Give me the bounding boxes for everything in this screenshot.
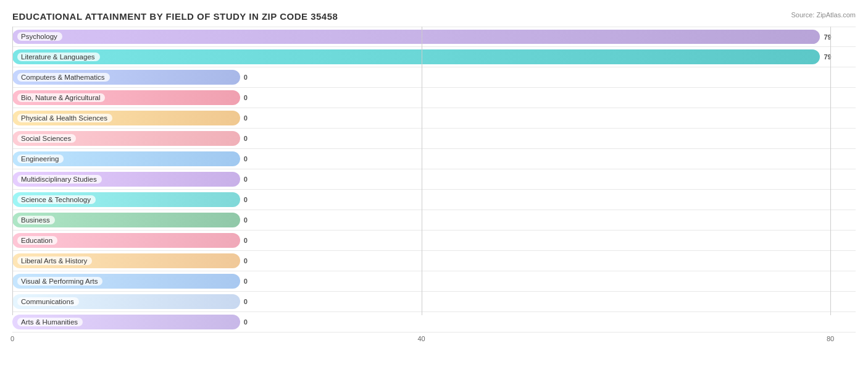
bar-track: Science & Technology	[12, 192, 240, 206]
bar-label: Engineering	[17, 155, 64, 163]
bars-section: Psychology79Literature & Languages79Comp…	[12, 27, 856, 333]
bar-track: Social Sciences	[12, 131, 240, 145]
bar-value: 0	[244, 74, 248, 81]
bar-label: Computers & Mathematics	[17, 73, 110, 82]
bar-track: Communications	[12, 294, 240, 308]
bar-label: Social Sciences	[17, 134, 76, 143]
bar-track: Visual & Performing Arts	[12, 274, 240, 288]
bar-row: Science & Technology0	[12, 190, 856, 210]
bar-label: Psychology	[17, 32, 62, 41]
bar-value: 0	[244, 278, 248, 285]
chart-container: EDUCATIONAL ATTAINMENT BY FIELD OF STUDY…	[0, 0, 868, 390]
x-tick-label: 0	[10, 335, 14, 342]
bar-row: Communications0	[12, 292, 856, 312]
bar-label: Liberal Arts & History	[17, 256, 92, 265]
bar-row: Psychology79	[12, 27, 856, 47]
bar-label: Education	[17, 236, 57, 245]
bar-value: 0	[244, 257, 248, 265]
bar-row: Computers & Mathematics0	[12, 67, 856, 88]
grid-line	[830, 27, 831, 315]
bar-track: Education	[12, 233, 240, 247]
bar-label: Bio, Nature & Agricultural	[17, 93, 105, 102]
bar-label: Science & Technology	[17, 195, 96, 204]
bar-row: Literature & Languages79	[12, 47, 856, 67]
bar-label: Business	[17, 216, 55, 224]
bar-row: Bio, Nature & Agricultural0	[12, 88, 856, 108]
bar-row: Education0	[12, 231, 856, 251]
bar-label: Multidisciplinary Studies	[17, 175, 102, 184]
x-tick-label: 40	[417, 335, 425, 342]
bar-value: 0	[244, 318, 248, 326]
bar-track: Business	[12, 213, 240, 227]
bar-track: Literature & Languages	[12, 49, 820, 64]
bar-track: Physical & Health Sciences	[12, 111, 240, 125]
bar-value: 0	[244, 196, 248, 203]
chart-title: EDUCATIONAL ATTAINMENT BY FIELD OF STUDY…	[12, 11, 856, 22]
bar-value: 0	[244, 155, 248, 163]
bar-value: 0	[244, 237, 248, 244]
bar-track: Liberal Arts & History	[12, 253, 240, 268]
bar-row: Liberal Arts & History0	[12, 251, 856, 271]
bar-track: Psychology	[12, 30, 820, 43]
bar-row: Multidisciplinary Studies0	[12, 169, 856, 190]
bar-row: Business0	[12, 210, 856, 231]
bar-track: Computers & Mathematics	[12, 70, 240, 84]
x-axis: 04080	[12, 333, 856, 350]
bar-label: Literature & Languages	[17, 53, 100, 61]
chart-source: Source: ZipAtlas.com	[791, 11, 856, 19]
bar-track: Bio, Nature & Agricultural	[12, 90, 240, 104]
x-tick-label: 80	[827, 335, 834, 342]
bar-value: 0	[244, 135, 248, 142]
bar-row: Social Sciences0	[12, 129, 856, 149]
bar-value: 0	[244, 216, 248, 224]
bar-value: 0	[244, 298, 248, 305]
bar-track: Engineering	[12, 151, 240, 166]
bar-label: Visual & Performing Arts	[17, 277, 102, 286]
bar-label: Arts & Humanities	[17, 318, 83, 326]
grid-line	[422, 27, 422, 315]
bar-track: Multidisciplinary Studies	[12, 172, 240, 186]
bar-track: Arts & Humanities	[12, 315, 240, 329]
bar-row: Arts & Humanities0	[12, 312, 856, 333]
bar-row: Physical & Health Sciences0	[12, 108, 856, 129]
bar-row: Visual & Performing Arts0	[12, 271, 856, 292]
bar-row: Engineering0	[12, 149, 856, 169]
grid-line	[12, 27, 13, 315]
bar-value: 0	[244, 94, 248, 101]
bar-value: 0	[244, 114, 248, 122]
chart-area: Psychology79Literature & Languages79Comp…	[12, 27, 856, 350]
bar-label: Communications	[17, 297, 79, 306]
bar-label: Physical & Health Sciences	[17, 114, 112, 122]
bar-value: 0	[244, 176, 248, 183]
